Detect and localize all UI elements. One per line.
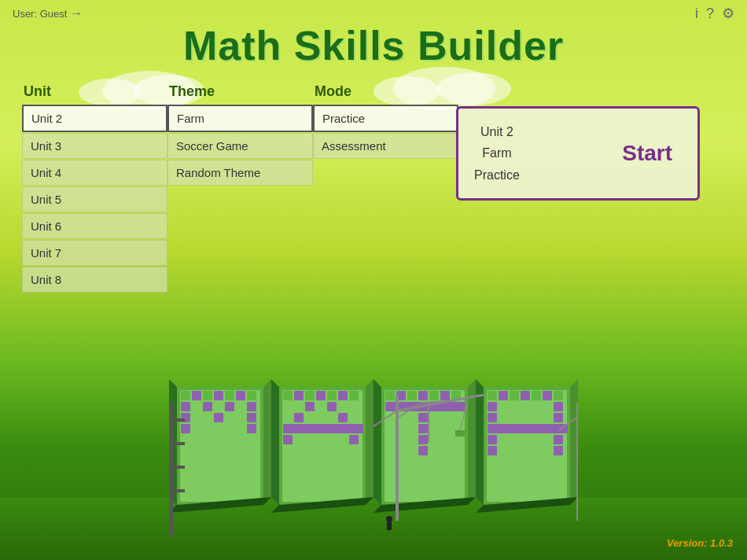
svg-rect-22 — [282, 390, 362, 502]
svg-rect-47 — [440, 391, 450, 400]
svg-rect-59 — [488, 391, 497, 400]
math-svg — [169, 340, 578, 536]
svg-rect-6 — [225, 391, 234, 400]
svg-rect-25 — [305, 391, 315, 400]
svg-rect-66 — [488, 402, 497, 411]
svg-rect-12 — [247, 402, 256, 411]
svg-rect-31 — [327, 402, 337, 411]
math-3d-display — [169, 340, 578, 536]
start-theme: Farm — [474, 142, 520, 164]
svg-rect-15 — [247, 413, 256, 422]
letter-a — [271, 379, 374, 513]
svg-rect-3 — [192, 391, 201, 400]
theme-item-random[interactable]: Random Theme — [167, 160, 313, 186]
user-label: User: Guest — [13, 8, 67, 20]
start-button[interactable]: Start — [613, 134, 682, 172]
svg-rect-51 — [418, 424, 428, 433]
unit-item-7[interactable]: Unit 7 — [22, 240, 167, 266]
svg-rect-11 — [225, 402, 234, 411]
logout-icon[interactable]: → — [70, 6, 83, 20]
unit-item-2[interactable]: Unit 2 — [22, 105, 167, 132]
svg-rect-74 — [554, 446, 563, 455]
theme-item-soccer[interactable]: Soccer Game — [167, 133, 313, 159]
svg-rect-42 — [385, 391, 395, 400]
unit-header: Unit — [22, 83, 167, 100]
svg-rect-61 — [510, 391, 519, 400]
start-info: Unit 2 Farm Practice — [474, 121, 520, 186]
unit-column: Unit Unit 2 Unit 3 Unit 4 Unit 5 Unit 6 … — [22, 83, 167, 293]
mode-column: Mode Practice Assessment — [313, 83, 458, 293]
start-panel: Unit 2 Farm Practice Start — [456, 106, 700, 201]
top-bar: User: Guest → i ? ⚙ — [0, 0, 747, 20]
mode-item-practice[interactable]: Practice — [313, 105, 458, 132]
svg-rect-35 — [283, 435, 293, 444]
svg-marker-54 — [374, 379, 381, 505]
svg-marker-75 — [476, 379, 484, 505]
svg-rect-34 — [283, 424, 363, 433]
svg-rect-26 — [316, 391, 326, 400]
svg-rect-46 — [429, 391, 439, 400]
svg-rect-4 — [203, 391, 212, 400]
svg-marker-37 — [271, 379, 279, 505]
theme-column: Theme Farm Soccer Game Random Theme — [167, 83, 313, 293]
unit-item-8[interactable]: Unit 8 — [22, 267, 167, 293]
settings-button[interactable]: ⚙ — [722, 6, 734, 20]
svg-rect-14 — [214, 413, 223, 422]
svg-rect-23 — [283, 391, 293, 400]
svg-rect-102 — [169, 442, 185, 445]
svg-rect-72 — [554, 435, 563, 444]
svg-point-87 — [386, 516, 392, 522]
svg-rect-50 — [418, 413, 428, 422]
svg-rect-86 — [455, 430, 465, 437]
letter-m — [169, 379, 271, 513]
svg-rect-62 — [521, 391, 530, 400]
svg-rect-2 — [181, 391, 190, 400]
unit-item-5[interactable]: Unit 5 — [22, 186, 167, 212]
svg-rect-104 — [169, 489, 185, 492]
svg-rect-60 — [499, 391, 508, 400]
top-icons: i ? ⚙ — [695, 6, 734, 20]
svg-rect-45 — [418, 391, 428, 400]
info-button[interactable]: i — [695, 6, 698, 20]
svg-rect-44 — [407, 391, 417, 400]
svg-rect-29 — [349, 391, 359, 400]
svg-rect-73 — [488, 446, 497, 455]
svg-rect-27 — [327, 391, 337, 400]
version-label: Version: 1.0.3 — [667, 537, 733, 549]
unit-item-3[interactable]: Unit 3 — [22, 133, 167, 159]
svg-rect-68 — [488, 413, 497, 422]
svg-rect-103 — [169, 466, 185, 469]
svg-rect-24 — [294, 391, 304, 400]
svg-rect-67 — [554, 402, 563, 411]
svg-rect-64 — [543, 391, 552, 400]
theme-item-farm[interactable]: Farm — [167, 105, 313, 132]
theme-header: Theme — [167, 83, 313, 100]
mode-item-assessment[interactable]: Assessment — [313, 133, 458, 159]
svg-marker-38 — [366, 379, 374, 505]
svg-rect-100 — [169, 403, 173, 536]
svg-rect-65 — [554, 391, 563, 400]
help-button[interactable]: ? — [706, 6, 714, 20]
svg-rect-8 — [247, 391, 256, 400]
svg-rect-7 — [236, 391, 245, 400]
svg-rect-53 — [418, 446, 428, 455]
svg-rect-17 — [247, 424, 256, 433]
svg-rect-10 — [203, 402, 212, 411]
svg-rect-101 — [169, 418, 185, 422]
start-unit: Unit 2 — [474, 121, 520, 142]
svg-rect-28 — [338, 391, 348, 400]
svg-rect-33 — [338, 413, 348, 422]
unit-item-6[interactable]: Unit 6 — [22, 213, 167, 239]
svg-rect-16 — [181, 424, 190, 433]
user-info: User: Guest → — [13, 6, 83, 20]
svg-rect-5 — [214, 391, 223, 400]
svg-rect-69 — [554, 413, 563, 422]
mode-header: Mode — [313, 83, 458, 100]
page-title: Math Skills Builder — [0, 22, 747, 69]
svg-rect-30 — [305, 402, 315, 411]
svg-rect-9 — [181, 402, 190, 411]
svg-rect-71 — [488, 435, 497, 444]
svg-rect-36 — [349, 435, 359, 444]
unit-item-4[interactable]: Unit 4 — [22, 160, 167, 186]
start-mode: Practice — [474, 164, 520, 186]
